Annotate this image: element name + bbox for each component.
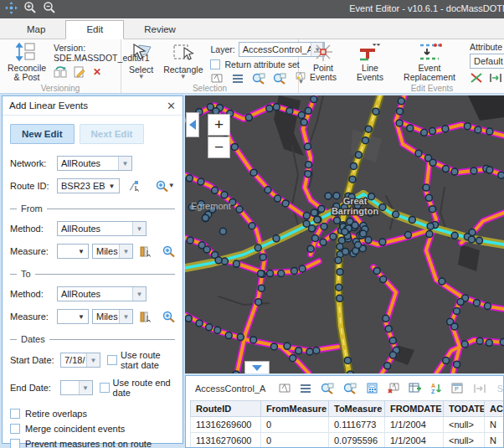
- use-route-end-checkbox[interactable]: [100, 383, 110, 393]
- to-method-select[interactable]: AllRoutes ▼: [57, 286, 147, 301]
- prevent-measures-label: Prevent measures not on route: [25, 439, 152, 448]
- to-units-select[interactable]: Miles ▼: [92, 309, 133, 324]
- collapse-down-icon: [252, 365, 262, 371]
- attribute-set-label: Attribute Set:: [470, 42, 504, 52]
- retire-overlaps-checkbox[interactable]: [10, 409, 20, 419]
- attributes-window-icon[interactable]: P: [451, 382, 463, 394]
- col-todate[interactable]: TODATE: [444, 401, 485, 417]
- post-icon[interactable]: [72, 65, 85, 78]
- add-record-icon[interactable]: [409, 382, 421, 394]
- close-icon[interactable]: ✕: [167, 100, 176, 112]
- return-attribute-set-label: Return attribute set: [224, 59, 299, 70]
- table-clipped-button[interactable]: S: [497, 384, 503, 394]
- extend-record-icon[interactable]: [473, 382, 486, 394]
- split-event-icon[interactable]: [470, 71, 482, 84]
- map-view[interactable]: Egremont Great Barrington: [185, 95, 504, 373]
- table-select-tool-icon[interactable]: [278, 382, 290, 394]
- title-bar: Event Editor - v10.6.1 - docMassDOTN: [0, 0, 504, 18]
- event-replacement-button[interactable]: Event Replacement: [398, 41, 461, 83]
- select-button[interactable]: Select ▼: [126, 41, 156, 83]
- chevron-down-icon: ▼: [118, 157, 131, 170]
- next-edit-button[interactable]: Next Edit: [80, 124, 145, 144]
- rectangle-select-icon: [172, 42, 194, 64]
- zoom-in-icon[interactable]: [23, 1, 37, 18]
- from-measure-combo[interactable]: ▼: [57, 244, 89, 259]
- tab-map[interactable]: Map: [7, 21, 65, 39]
- prevent-measures-checkbox[interactable]: [10, 439, 20, 448]
- chevron-down-icon: ▼: [132, 287, 146, 301]
- window-title: Event Editor - v10.6.1 - docMassDOTN: [349, 3, 504, 13]
- map-canvas: Egremont Great Barrington: [185, 95, 504, 373]
- map-zoom-out-button[interactable]: −: [208, 136, 230, 158]
- start-date-input[interactable]: 7/18/ ▼: [60, 353, 100, 368]
- network-select[interactable]: AllRoutes ▼: [57, 156, 132, 171]
- zoom-to-from-measure-icon[interactable]: [162, 245, 175, 258]
- table-header-row: RouteID FromMeasure ToMeasure FROMDATE T…: [191, 401, 504, 417]
- return-attribute-set-checkbox[interactable]: [210, 59, 220, 70]
- retire-overlaps-label: Retire overlaps: [25, 409, 87, 419]
- tab-review[interactable]: Review: [124, 21, 196, 39]
- pan-to-selection-icon[interactable]: [273, 72, 286, 85]
- zoom-to-selection-icon[interactable]: [252, 72, 265, 85]
- col-frommeasure[interactable]: FromMeasure: [261, 401, 329, 417]
- zoom-to-selected-icon[interactable]: [321, 382, 334, 394]
- zoom-out-icon[interactable]: [43, 1, 56, 18]
- attribute-table: RouteID FromMeasure ToMeasure FROMDATE T…: [190, 400, 504, 448]
- use-route-start-checkbox[interactable]: [107, 355, 117, 365]
- table-row[interactable]: 11316270600 0 0.0795596 1/1/2004 <null> …: [191, 433, 504, 448]
- pan-icon[interactable]: [5, 2, 18, 18]
- collapse-table-button[interactable]: [244, 361, 270, 373]
- rectangle-select-button[interactable]: Rectangle ▼: [161, 41, 205, 83]
- select-features-icon[interactable]: [210, 72, 224, 85]
- line-events-button[interactable]: Line Events: [351, 41, 389, 83]
- chevron-down-icon: ▼: [168, 183, 175, 188]
- clear-table-selection-icon[interactable]: [388, 382, 399, 394]
- to-measure-combo[interactable]: ▼: [57, 309, 89, 324]
- from-units-select[interactable]: Miles ▼: [92, 244, 133, 259]
- sort-icon[interactable]: AZ: [430, 382, 442, 394]
- attribute-table-panel: AccessControl_A AZ P S: [185, 375, 504, 448]
- ribbon-tabbar: Map Edit Review: [0, 18, 504, 39]
- map-zoom-in-button[interactable]: +: [208, 114, 230, 136]
- point-events-button[interactable]: Point Events: [304, 41, 342, 83]
- reconcile-icon[interactable]: [54, 65, 67, 78]
- svg-text:A: A: [431, 383, 435, 389]
- from-method-label: Method:: [10, 224, 54, 234]
- use-route-start-label: Use route start date: [121, 350, 175, 370]
- zoom-to-to-measure-icon[interactable]: [162, 311, 175, 323]
- col-fromdate[interactable]: FROMDATE: [385, 401, 444, 417]
- map-label-barrington: Barrington: [332, 206, 379, 216]
- group-versioning: Reconcile & Post Version: SDE.MASSDOT_ed…: [0, 39, 121, 93]
- route-id-combo[interactable]: BSR23 EB ▼: [57, 178, 120, 193]
- from-method-select[interactable]: AllRoutes ▼: [57, 221, 147, 236]
- chevron-down-icon: ▼: [109, 183, 119, 190]
- use-route-end-label: Use route end date: [113, 378, 175, 398]
- zoom-to-route-icon[interactable]: ▼: [156, 180, 175, 193]
- extend-event-icon[interactable]: [489, 71, 502, 84]
- ribbon: Reconcile & Post Version: SDE.MASSDOT_ed…: [0, 39, 504, 94]
- col-tomeasure[interactable]: ToMeasure: [329, 401, 385, 417]
- start-date-label: Start Date:: [10, 355, 57, 365]
- to-measure-label: Measure:: [10, 312, 54, 322]
- attribute-set-select[interactable]: Default: [470, 54, 504, 69]
- tab-edit[interactable]: Edit: [65, 20, 124, 39]
- table-row[interactable]: 11316269600 0 0.1116773 1/1/2004 <null> …: [191, 417, 504, 433]
- delete-version-icon[interactable]: ✕: [90, 65, 104, 78]
- to-measure-picker-icon[interactable]: [140, 311, 152, 323]
- col-clipped[interactable]: AC: [485, 401, 504, 417]
- selection-list-icon[interactable]: [231, 72, 244, 85]
- calculate-icon[interactable]: [366, 382, 378, 394]
- route-picker-icon[interactable]: [128, 180, 141, 193]
- chevron-down-icon: ▼: [86, 353, 100, 367]
- reconcile-post-button[interactable]: Reconcile & Post: [5, 41, 49, 83]
- merge-coincident-checkbox[interactable]: [10, 424, 20, 434]
- collapse-panel-left-button[interactable]: [186, 112, 199, 137]
- show-selected-records-icon[interactable]: [300, 382, 311, 394]
- map-label-egremont: Egremont: [191, 201, 231, 211]
- from-measure-label: Measure:: [10, 246, 54, 256]
- col-routeid[interactable]: RouteID: [191, 401, 261, 417]
- end-date-input[interactable]: ▼: [60, 380, 93, 395]
- new-edit-button[interactable]: New Edit: [10, 124, 75, 144]
- from-measure-picker-icon[interactable]: [140, 245, 152, 258]
- pan-to-selected-icon[interactable]: [343, 382, 357, 394]
